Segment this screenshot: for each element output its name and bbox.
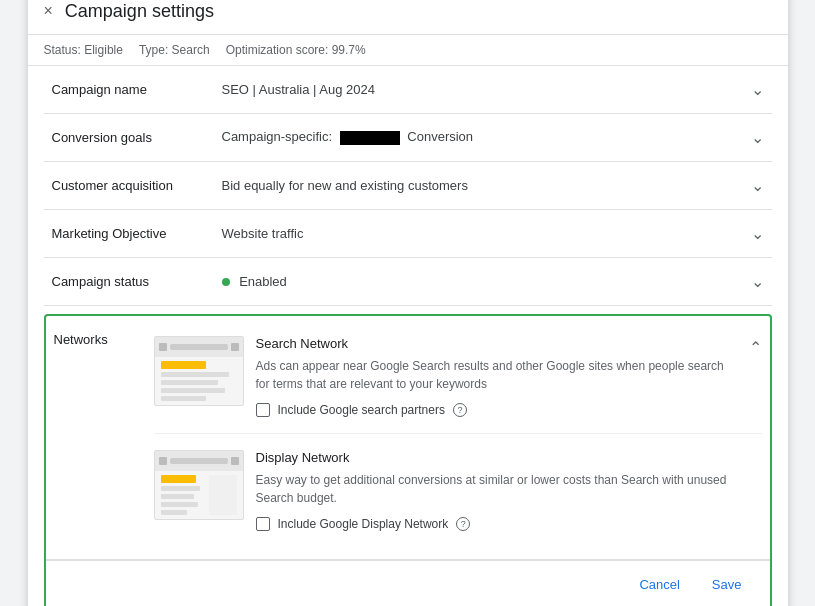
display-network-thumbnail	[154, 450, 244, 520]
search-partners-checkbox-row[interactable]: Include Google search partners ?	[256, 403, 729, 417]
redacted-value	[340, 131, 400, 145]
campaign-name-label: Campaign name	[52, 82, 222, 97]
campaign-name-value: SEO | Australia | Aug 2024	[222, 82, 743, 97]
marketing-objective-label: Marketing Objective	[52, 226, 222, 241]
search-partners-info-icon[interactable]: ?	[453, 403, 467, 417]
networks-content: Search Network Ads can appear near Googl…	[154, 328, 762, 547]
display-network-title: Display Network	[256, 450, 762, 465]
search-partners-label: Include Google search partners	[278, 403, 445, 417]
campaign-status-label: Campaign status	[52, 274, 222, 289]
campaign-settings-dialog: × Campaign settings Status: Eligible Typ…	[28, 0, 788, 606]
status-label: Status: Eligible	[44, 43, 123, 57]
display-network-checkbox[interactable]	[256, 517, 270, 531]
display-network-info-icon[interactable]: ?	[456, 517, 470, 531]
status-bar: Status: Eligible Type: Search Optimizati…	[28, 35, 788, 66]
display-network-description: Easy way to get additional conversions a…	[256, 471, 762, 507]
customer-acquisition-value: Bid equally for new and existing custome…	[222, 178, 743, 193]
status-eligible: Eligible	[84, 43, 123, 57]
customer-acquisition-label: Customer acquisition	[52, 178, 222, 193]
type-label: Type: Search	[139, 43, 210, 57]
conversion-goals-value: Campaign-specific: Conversion	[222, 129, 743, 145]
type-value: Search	[172, 43, 210, 57]
setting-row-marketing-objective[interactable]: Marketing Objective Website traffic ⌄	[44, 210, 772, 258]
chevron-down-icon: ⌄	[751, 272, 764, 291]
search-network-info: Search Network Ads can appear near Googl…	[256, 336, 729, 417]
dialog-footer: Cancel Save	[46, 560, 770, 607]
dialog-header: × Campaign settings	[28, 0, 788, 35]
display-network-label: Include Google Display Network	[278, 517, 449, 531]
settings-body: Campaign name SEO | Australia | Aug 2024…	[28, 66, 788, 607]
search-network-description: Ads can appear near Google Search result…	[256, 357, 729, 393]
setting-row-conversion-goals[interactable]: Conversion goals Campaign-specific: Conv…	[44, 114, 772, 162]
setting-row-customer-acquisition[interactable]: Customer acquisition Bid equally for new…	[44, 162, 772, 210]
status-enabled-dot	[222, 278, 230, 286]
score-label: Optimization score: 99.7%	[226, 43, 366, 57]
close-icon[interactable]: ×	[44, 2, 53, 20]
networks-header: Networks	[46, 316, 770, 560]
chevron-down-icon: ⌄	[751, 128, 764, 147]
display-network-checkbox-row[interactable]: Include Google Display Network ?	[256, 517, 762, 531]
networks-section: Networks	[44, 314, 772, 607]
setting-row-campaign-status[interactable]: Campaign status Enabled ⌄	[44, 258, 772, 306]
chevron-down-icon: ⌄	[751, 224, 764, 243]
search-network-block: Search Network Ads can appear near Googl…	[154, 328, 762, 433]
chevron-down-icon: ⌄	[751, 80, 764, 99]
search-network-title: Search Network	[256, 336, 729, 351]
marketing-objective-value: Website traffic	[222, 226, 743, 241]
networks-label: Networks	[54, 328, 154, 347]
setting-row-campaign-name[interactable]: Campaign name SEO | Australia | Aug 2024…	[44, 66, 772, 114]
search-network-thumbnail	[154, 336, 244, 406]
save-button[interactable]: Save	[700, 571, 754, 598]
chevron-down-icon: ⌄	[751, 176, 764, 195]
conversion-goals-label: Conversion goals	[52, 130, 222, 145]
cancel-button[interactable]: Cancel	[627, 571, 691, 598]
score-value: 99.7%	[332, 43, 366, 57]
display-network-block: Display Network Easy way to get addition…	[154, 433, 762, 547]
chevron-up-icon[interactable]: ⌃	[749, 336, 762, 357]
search-partners-checkbox[interactable]	[256, 403, 270, 417]
display-network-info: Display Network Easy way to get addition…	[256, 450, 762, 531]
campaign-status-value: Enabled	[222, 274, 743, 289]
dialog-title: Campaign settings	[65, 1, 214, 22]
